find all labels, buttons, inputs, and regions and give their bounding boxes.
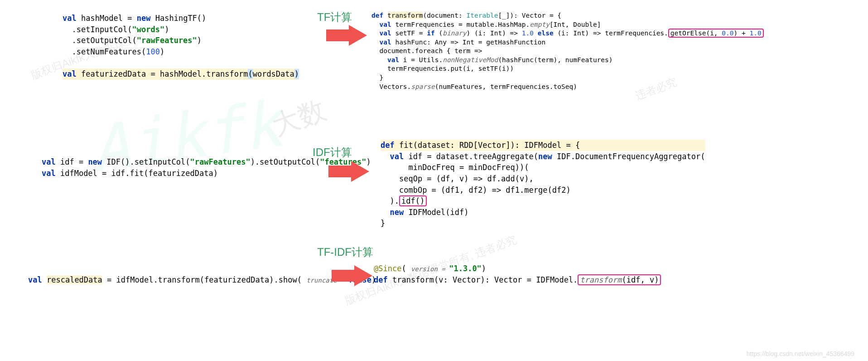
code-line: def fit(dataset: RDD[Vector]): IDFModel … — [381, 140, 705, 151]
code-line: .setInputCol("words") — [63, 24, 299, 35]
tfidf-label: TF-IDF计算 — [317, 245, 373, 259]
code-line: } — [381, 218, 705, 229]
code-line: val setTF = if (binary) (i: Int) => 1.0 … — [371, 29, 764, 38]
arrow-icon — [328, 161, 369, 182]
code-line — [63, 58, 299, 69]
tf-label: TF计算 — [317, 10, 352, 24]
idf-label: IDF计算 — [313, 145, 352, 160]
code-line: def transform(v: Vector): Vector = IDFMo… — [374, 274, 661, 286]
code-left-block3: val rescaledData = idfModel.transform(fe… — [28, 274, 376, 286]
code-right-tf: def transform(document: Iterable[_]): Ve… — [371, 11, 764, 91]
code-line: .setOutputCol("rawFeatures") — [63, 35, 299, 46]
code-line: def transform(document: Iterable[_]): Ve… — [371, 11, 764, 20]
code-line: termFrequencies.put(i, setTF(i)) — [371, 64, 764, 73]
code-line: ).idf() — [381, 195, 705, 207]
code-line: seqOp = (df, v) => df.add(v), — [381, 173, 705, 185]
code-line: val rescaledData = idfModel.transform(fe… — [28, 274, 376, 286]
code-line: .setNumFeatures(100) — [63, 46, 299, 58]
code-line: Vectors.sparse(numFeatures, termFrequenc… — [371, 83, 764, 92]
arrow-icon — [332, 265, 372, 286]
code-line-highlighted: val featurizedData = hashModel.transform… — [63, 68, 299, 80]
code-line: val termFrequencies = mutable.HashMap.em… — [371, 20, 764, 29]
code-line: @Since( version = "1.3.0") — [374, 263, 661, 274]
watermark-text: 大数 — [267, 92, 331, 145]
code-right-idf: def fit(dataset: RDD[Vector]): IDFModel … — [381, 140, 705, 229]
code-line: combOp = (df1, df2) => df1.merge(df2) — [381, 185, 705, 196]
code-right-tfidf: @Since( version = "1.3.0") def transform… — [374, 263, 661, 285]
code-left-block1: val hashModel = new HashingTF() .setInpu… — [63, 13, 299, 80]
code-left-block2: val idf = new IDF().setInputCol("rawFeat… — [42, 156, 371, 179]
code-line: val idf = dataset.treeAggregate(new IDF.… — [381, 151, 705, 162]
svg-marker-1 — [328, 161, 369, 182]
code-line: val hashModel = new HashingTF() — [63, 13, 299, 24]
code-line: val hashFunc: Any => Int = getHashFuncti… — [371, 38, 764, 47]
blog-url-watermark: https://blog.csdn.net/weixin_45366499 — [747, 350, 854, 357]
svg-marker-0 — [326, 25, 367, 46]
code-line: minDocFreq = minDocFreq))( — [381, 162, 705, 173]
svg-marker-2 — [332, 265, 372, 286]
arrow-icon — [326, 25, 367, 46]
code-line: document.foreach { term => — [371, 47, 764, 56]
code-line: } — [371, 73, 764, 83]
code-line: val idfModel = idf.fit(featurizedData) — [42, 168, 371, 179]
code-line: new IDFModel(idf) — [381, 207, 705, 218]
code-line: val i = Utils.nonNegativeMod(hashFunc(te… — [371, 56, 764, 65]
